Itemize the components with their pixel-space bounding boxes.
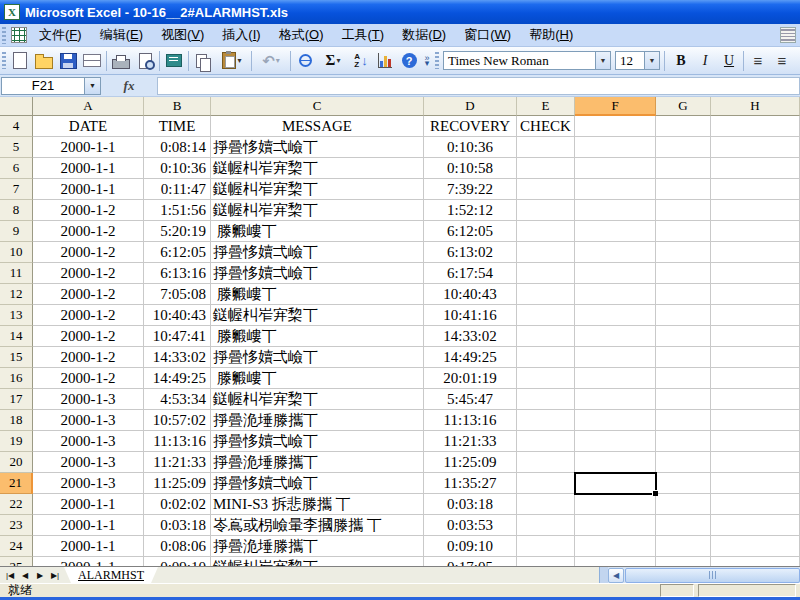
cell-E6[interactable] [517, 158, 575, 179]
row-header-21[interactable]: 21 [0, 473, 33, 494]
row-header-17[interactable]: 17 [0, 389, 33, 410]
column-header-A[interactable]: A [33, 97, 144, 116]
cell-A5[interactable]: 2000-1-1 [33, 137, 144, 158]
align-center-button[interactable]: ≡ [770, 49, 794, 73]
cell-C16[interactable]: 滕毈嶁丅 [211, 368, 424, 389]
cell-C15[interactable]: 掙曡恀嬻弌嶮丅 [211, 347, 424, 368]
cell-D12[interactable]: 10:40:43 [424, 284, 517, 305]
cell-A18[interactable]: 2000-1-3 [33, 410, 144, 431]
hyperlink-button[interactable] [293, 49, 317, 73]
row-header-19[interactable]: 19 [0, 431, 33, 452]
undo-dropdown-arrow[interactable]: ▾ [276, 56, 280, 65]
cell-E24[interactable] [517, 536, 575, 557]
cell-H14[interactable] [711, 326, 800, 347]
cell-C22[interactable]: MINI-S3 拆悲滕攜 丅 [211, 494, 424, 515]
cell-D14[interactable]: 14:33:02 [424, 326, 517, 347]
select-all-corner[interactable] [0, 97, 33, 116]
cell-A9[interactable]: 2000-1-2 [33, 221, 144, 242]
row-header-18[interactable]: 18 [0, 410, 33, 431]
menu-item-数据[interactable]: 数据(D) [393, 23, 455, 47]
cell-D10[interactable]: 6:13:02 [424, 242, 517, 263]
cell-B12[interactable]: 7:05:08 [144, 284, 211, 305]
cell-H6[interactable] [711, 158, 800, 179]
bold-button[interactable]: B [669, 49, 693, 73]
cell-H8[interactable] [711, 200, 800, 221]
cell-H5[interactable] [711, 137, 800, 158]
cell-E8[interactable] [517, 200, 575, 221]
cell-G12[interactable] [656, 284, 711, 305]
cell-C9[interactable]: 滕毈嶁丅 [211, 221, 424, 242]
cell-D11[interactable]: 6:17:54 [424, 263, 517, 284]
cell-D23[interactable]: 0:03:53 [424, 515, 517, 536]
copy-button[interactable] [191, 49, 215, 73]
cell-E15[interactable] [517, 347, 575, 368]
cell-B21[interactable]: 11:25:09 [144, 473, 211, 494]
paste-dropdown-arrow[interactable]: ▾ [237, 56, 241, 65]
cell-G17[interactable] [656, 389, 711, 410]
cell-B7[interactable]: 0:11:47 [144, 179, 211, 200]
cell-A4[interactable]: DATE [33, 116, 144, 137]
cell-C17[interactable]: 鎹幄朻岝宑棃丅 [211, 389, 424, 410]
align-left-button[interactable]: ≡ [746, 49, 770, 73]
cell-H22[interactable] [711, 494, 800, 515]
toolbar-grip-handle[interactable] [2, 52, 6, 69]
cell-C18[interactable]: 掙曡洈埵滕攜丅 [211, 410, 424, 431]
sort-ascending-button[interactable]: AZ↓ [349, 49, 373, 73]
cell-D4[interactable]: RECOVERY [424, 116, 517, 137]
cell-B8[interactable]: 1:51:56 [144, 200, 211, 221]
cell-F15[interactable] [575, 347, 656, 368]
cell-G9[interactable] [656, 221, 711, 242]
cell-G4[interactable] [656, 116, 711, 137]
cell-D15[interactable]: 14:49:25 [424, 347, 517, 368]
cell-D19[interactable]: 11:21:33 [424, 431, 517, 452]
open-button[interactable] [32, 49, 56, 73]
cell-H16[interactable] [711, 368, 800, 389]
cell-B23[interactable]: 0:03:18 [144, 515, 211, 536]
column-header-C[interactable]: C [211, 97, 424, 116]
cell-G5[interactable] [656, 137, 711, 158]
scroll-left-arrow[interactable]: ◀ [608, 568, 624, 583]
cell-F18[interactable] [575, 410, 656, 431]
help-button[interactable]: ? [397, 49, 421, 73]
cell-G7[interactable] [656, 179, 711, 200]
cell-B6[interactable]: 0:10:36 [144, 158, 211, 179]
cell-F14[interactable] [575, 326, 656, 347]
cell-H23[interactable] [711, 515, 800, 536]
cell-D22[interactable]: 0:03:18 [424, 494, 517, 515]
menu-item-窗口[interactable]: 窗口(W) [455, 23, 520, 47]
cell-F4[interactable] [575, 116, 656, 137]
formula-input[interactable] [157, 77, 800, 95]
cell-F6[interactable] [575, 158, 656, 179]
cell-F19[interactable] [575, 431, 656, 452]
menu-overflow-icon[interactable] [780, 27, 796, 43]
row-header-6[interactable]: 6 [0, 158, 33, 179]
cell-C10[interactable]: 掙曡恀嬻弌嶮丅 [211, 242, 424, 263]
cell-D7[interactable]: 7:39:22 [424, 179, 517, 200]
cell-F17[interactable] [575, 389, 656, 410]
cell-H12[interactable] [711, 284, 800, 305]
cell-D9[interactable]: 6:12:05 [424, 221, 517, 242]
cell-H19[interactable] [711, 431, 800, 452]
cell-A17[interactable]: 2000-1-3 [33, 389, 144, 410]
cell-B24[interactable]: 0:08:06 [144, 536, 211, 557]
cell-B15[interactable]: 14:33:02 [144, 347, 211, 368]
cell-B18[interactable]: 10:57:02 [144, 410, 211, 431]
menu-item-工具[interactable]: 工具(T) [332, 23, 393, 47]
cell-G25[interactable] [656, 557, 711, 566]
cell-C4[interactable]: MESSAGE [211, 116, 424, 137]
cell-E18[interactable] [517, 410, 575, 431]
cell-B16[interactable]: 14:49:25 [144, 368, 211, 389]
cell-E9[interactable] [517, 221, 575, 242]
row-header-15[interactable]: 15 [0, 347, 33, 368]
cell-C20[interactable]: 掙曡洈埵滕攜丅 [211, 452, 424, 473]
cell-A14[interactable]: 2000-1-2 [33, 326, 144, 347]
cell-E4[interactable]: CHECK [517, 116, 575, 137]
cell-A20[interactable]: 2000-1-3 [33, 452, 144, 473]
cell-G20[interactable] [656, 452, 711, 473]
workbook-icon[interactable] [11, 27, 27, 43]
cell-A12[interactable]: 2000-1-2 [33, 284, 144, 305]
cell-A21[interactable]: 2000-1-3 [33, 473, 144, 494]
autosum-button[interactable]: Σ▾ [317, 49, 349, 73]
cell-E20[interactable] [517, 452, 575, 473]
cell-G24[interactable] [656, 536, 711, 557]
